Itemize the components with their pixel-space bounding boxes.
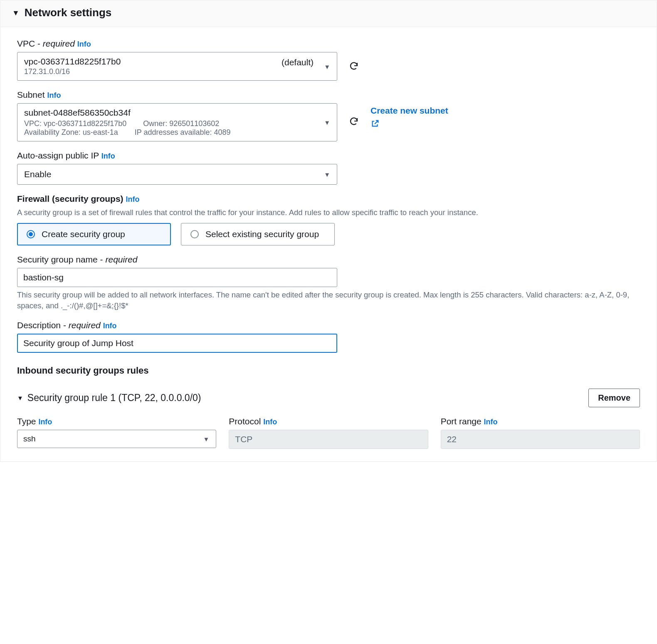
auto-ip-select[interactable]: Enable ▼ [17, 164, 337, 185]
rule-1-fields: Type Info ssh ▼ Protocol Info TCP Port r… [17, 416, 640, 449]
subnet-az-line: Availability Zone: us-east-1a [24, 128, 118, 137]
subnet-refresh-button[interactable] [347, 115, 361, 128]
rule-1-title: Security group rule 1 (TCP, 22, 0.0.0.0/… [27, 392, 201, 404]
rule-1-header: ▼ Security group rule 1 (TCP, 22, 0.0.0.… [17, 389, 640, 407]
refresh-icon [349, 116, 359, 126]
rule-type-info-link[interactable]: Info [38, 418, 52, 426]
inbound-heading: Inbound security groups rules [17, 365, 640, 376]
vpc-cidr: 172.31.0.0/16 [24, 67, 330, 76]
network-settings-panel: ▼ Network settings VPC - required Info v… [0, 0, 657, 462]
vpc-default-tag: (default) [282, 57, 314, 67]
sg-name-field: Security group name - required This secu… [17, 255, 640, 311]
rule-type-label: Type [17, 416, 36, 426]
rule-protocol-info-link[interactable]: Info [263, 418, 277, 426]
sg-desc-label: Description [17, 320, 61, 330]
auto-ip-label: Auto-assign public IP [17, 151, 99, 160]
vpc-refresh-button[interactable] [347, 59, 361, 73]
rule-port-input: 22 [441, 430, 640, 449]
sg-radio-group: Create security group Select existing se… [17, 223, 640, 245]
radio-select-label: Select existing security group [205, 229, 319, 239]
required-text: required [69, 320, 101, 330]
external-link-icon [370, 119, 448, 131]
subnet-label: Subnet [17, 90, 45, 99]
vpc-info-link[interactable]: Info [77, 40, 91, 48]
radio-select-sg[interactable]: Select existing security group [181, 223, 335, 245]
firewall-help: A security group is a set of firewall ru… [17, 207, 640, 218]
subnet-value: subnet-0488ef586350cb34f [24, 108, 330, 118]
rule-protocol-input: TCP [229, 430, 428, 449]
sg-name-label-line: Security group name - required [17, 255, 640, 265]
create-subnet-link[interactable]: Create new subnet [370, 106, 448, 116]
radio-icon [27, 230, 35, 238]
firewall-field: Firewall (security groups) Info A securi… [17, 194, 640, 245]
subnet-field: Subnet Info subnet-0488ef586350cb34f VPC… [17, 90, 640, 141]
vpc-label-line: VPC - required Info [17, 39, 640, 49]
vpc-field: VPC - required Info vpc-0363711d8225f17b… [17, 39, 640, 81]
sg-desc-field: Description - required Info [17, 320, 640, 353]
firewall-info-link[interactable]: Info [126, 195, 139, 203]
chevron-down-icon: ▼ [324, 63, 330, 70]
subnet-vpc-line: VPC: vpc-0363711d8225f17b0 [24, 119, 126, 128]
radio-create-sg[interactable]: Create security group [17, 223, 171, 245]
sg-desc-label-line: Description - required Info [17, 320, 640, 330]
radio-create-label: Create security group [42, 229, 125, 239]
rule-protocol-label: Protocol [229, 416, 261, 426]
required-text: required [43, 39, 75, 48]
sg-name-help: This security group will be added to all… [17, 290, 640, 311]
subnet-select[interactable]: subnet-0488ef586350cb34f VPC: vpc-036371… [17, 103, 337, 141]
subnet-ips-line: IP addresses available: 4089 [135, 128, 231, 137]
rule-protocol-field: Protocol Info TCP [229, 416, 428, 449]
radio-icon [190, 230, 199, 238]
required-text: required [105, 255, 137, 264]
subnet-label-line: Subnet Info [17, 90, 640, 100]
rule-port-info-link[interactable]: Info [484, 418, 498, 426]
create-subnet-block: Create new subnet [370, 106, 448, 131]
firewall-label: Firewall (security groups) [17, 194, 123, 203]
panel-body: VPC - required Info vpc-0363711d8225f17b… [0, 27, 657, 461]
remove-rule-button[interactable]: Remove [588, 389, 640, 407]
collapse-caret-icon: ▼ [12, 9, 20, 17]
subnet-owner-line: Owner: 926501103602 [143, 119, 219, 128]
collapse-caret-icon[interactable]: ▼ [17, 394, 23, 401]
chevron-down-icon: ▼ [324, 171, 330, 178]
auto-ip-info-link[interactable]: Info [101, 152, 115, 160]
chevron-down-icon: ▼ [203, 435, 209, 442]
sg-name-input[interactable] [17, 268, 337, 287]
chevron-down-icon: ▼ [324, 119, 330, 126]
subnet-info-link[interactable]: Info [47, 91, 61, 99]
vpc-label: VPC [17, 39, 35, 48]
sg-name-label: Security group name [17, 255, 98, 264]
sg-desc-info-link[interactable]: Info [103, 322, 117, 330]
auto-ip-field: Auto-assign public IP Info Enable ▼ [17, 151, 640, 185]
firewall-label-line: Firewall (security groups) Info [17, 194, 640, 204]
panel-title: Network settings [25, 6, 112, 19]
vpc-select[interactable]: vpc-0363711d8225f17b0 172.31.0.0/16 (def… [17, 52, 337, 81]
panel-header[interactable]: ▼ Network settings [0, 0, 657, 27]
auto-ip-label-line: Auto-assign public IP Info [17, 151, 640, 161]
rule-type-value: ssh [23, 434, 36, 443]
sg-desc-input[interactable] [17, 334, 337, 353]
auto-ip-value: Enable [24, 169, 51, 179]
rule-port-label: Port range [441, 416, 482, 426]
rule-type-select[interactable]: ssh ▼ [17, 430, 216, 448]
refresh-icon [349, 61, 359, 71]
rule-port-field: Port range Info 22 [441, 416, 640, 449]
rule-type-field: Type Info ssh ▼ [17, 416, 216, 449]
